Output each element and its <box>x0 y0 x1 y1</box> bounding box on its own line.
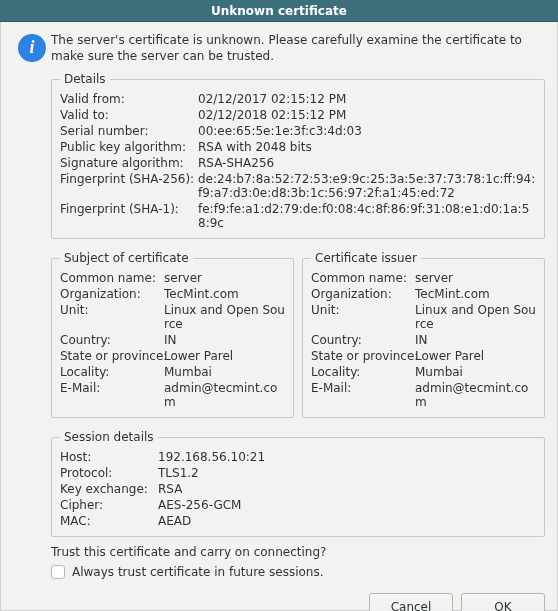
session-value: AES-256-GCM <box>158 498 536 512</box>
session-label: Key exchange: <box>60 482 152 496</box>
subject-label: State or province: <box>60 349 160 363</box>
session-group: Session details Host: 192.168.56.10:21 P… <box>51 430 545 537</box>
issuer-group: Certificate issuer Common name: server O… <box>302 251 545 418</box>
session-value: TLS1.2 <box>158 466 536 480</box>
cancel-button-label: Cancel <box>391 600 432 611</box>
subject-label: Unit: <box>60 303 160 331</box>
titlebar: Unknown certificate <box>0 0 558 22</box>
details-value: de:24:b7:8a:52:72:53:e9:9c:25:3a:5e:37:7… <box>198 172 536 200</box>
issuer-label: E-Mail: <box>311 381 411 409</box>
always-trust-checkbox[interactable] <box>51 565 65 579</box>
subject-value: IN <box>164 333 285 347</box>
issuer-label: Unit: <box>311 303 411 331</box>
subject-legend: Subject of certificate <box>60 251 193 265</box>
subject-value: Mumbai <box>164 365 285 379</box>
details-label: Fingerprint (SHA-256): <box>60 172 192 200</box>
subject-label: Country: <box>60 333 160 347</box>
ok-button[interactable]: OK <box>461 593 545 611</box>
issuer-value: server <box>415 271 536 285</box>
dialog-message: The server's certificate is unknown. Ple… <box>51 32 545 64</box>
always-trust-label: Always trust certificate in future sessi… <box>72 565 324 579</box>
subject-value: admin@tecmint.com <box>164 381 285 409</box>
dialog-window: Unknown certificate The server's certifi… <box>0 0 558 611</box>
details-value: RSA with 2048 bits <box>198 140 536 154</box>
session-label: Protocol: <box>60 466 152 480</box>
details-label: Valid to: <box>60 108 192 122</box>
issuer-label: Locality: <box>311 365 411 379</box>
session-label: Host: <box>60 450 152 464</box>
issuer-value: Lower Parel <box>415 349 536 363</box>
session-value: RSA <box>158 482 536 496</box>
issuer-value: Mumbai <box>415 365 536 379</box>
subject-value: server <box>164 271 285 285</box>
issuer-label: Country: <box>311 333 411 347</box>
subject-value: Lower Parel <box>164 349 285 363</box>
issuer-value: Linux and Open Source <box>415 303 536 331</box>
details-label: Fingerprint (SHA-1): <box>60 202 192 230</box>
issuer-value: IN <box>415 333 536 347</box>
details-label: Signature algorithm: <box>60 156 192 170</box>
cancel-button[interactable]: Cancel <box>369 593 453 611</box>
details-label: Serial number: <box>60 124 192 138</box>
issuer-value: admin@tecmint.com <box>415 381 536 409</box>
dialog-body: The server's certificate is unknown. Ple… <box>0 22 558 611</box>
details-value: 00:ee:65:5e:1e:3f:c3:4d:03 <box>198 124 536 138</box>
details-label: Valid from: <box>60 92 192 106</box>
session-label: Cipher: <box>60 498 152 512</box>
session-value: AEAD <box>158 514 536 528</box>
details-value: 02/12/2018 02:15:12 PM <box>198 108 536 122</box>
details-label: Public key algorithm: <box>60 140 192 154</box>
ok-button-label: OK <box>494 600 511 611</box>
issuer-label: Common name: <box>311 271 411 285</box>
info-icon <box>18 34 46 62</box>
session-legend: Session details <box>60 430 158 444</box>
details-group: Details Valid from: 02/12/2017 02:15:12 … <box>51 72 545 239</box>
trust-prompt: Trust this certificate and carry on conn… <box>51 545 545 559</box>
subject-label: Locality: <box>60 365 160 379</box>
subject-label: Organization: <box>60 287 160 301</box>
subject-label: E-Mail: <box>60 381 160 409</box>
subject-value: TecMint.com <box>164 287 285 301</box>
issuer-label: Organization: <box>311 287 411 301</box>
subject-value: Linux and Open Source <box>164 303 285 331</box>
window-title: Unknown certificate <box>211 4 347 18</box>
issuer-legend: Certificate issuer <box>311 251 421 265</box>
issuer-value: TecMint.com <box>415 287 536 301</box>
details-value: RSA-SHA256 <box>198 156 536 170</box>
session-value: 192.168.56.10:21 <box>158 450 536 464</box>
subject-label: Common name: <box>60 271 160 285</box>
details-legend: Details <box>60 72 110 86</box>
details-value: fe:f9:fe:a1:d2:79:de:f0:08:4c:8f:86:9f:3… <box>198 202 536 230</box>
session-label: MAC: <box>60 514 152 528</box>
subject-group: Subject of certificate Common name: serv… <box>51 251 294 418</box>
issuer-label: State or province: <box>311 349 411 363</box>
details-value: 02/12/2017 02:15:12 PM <box>198 92 536 106</box>
